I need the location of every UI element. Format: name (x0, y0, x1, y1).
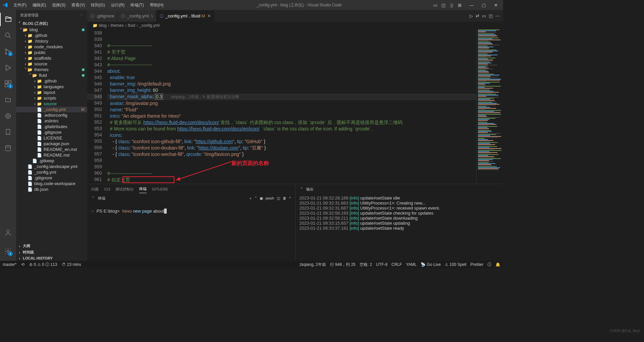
status-item[interactable]: master* (3, 262, 16, 268)
tree-item[interactable]: 📄blog.code-workspace (16, 181, 87, 186)
status-item[interactable]: ⓘ (487, 262, 491, 268)
menu-item[interactable]: 运行(R) (108, 1, 127, 9)
tree-item[interactable]: 📄README.md (16, 152, 87, 158)
run-icon[interactable]: ▷ (470, 13, 473, 18)
split-icon[interactable]: ◫ (277, 196, 280, 201)
git-compare-icon[interactable]: ⇄ (476, 13, 479, 18)
tree-item[interactable]: 📄_config.landscape.yml (16, 164, 87, 169)
tree-item[interactable]: ›📁.history (16, 38, 87, 44)
status-item[interactable]: zkqiang, 2年前 (300, 262, 326, 268)
extensions-icon[interactable]: 1 (0, 77, 16, 91)
menu-item[interactable]: 编辑(E) (30, 1, 49, 9)
menu-item[interactable]: 选择(S) (49, 1, 68, 9)
new-terminal-icon[interactable]: ＋ (249, 196, 252, 201)
panel-tab[interactable]: 调试控制台 (115, 185, 134, 193)
status-item[interactable]: ⚠ 100 Spell (445, 262, 466, 267)
status-item[interactable]: 📡 Go Live (421, 262, 441, 267)
panel-tab[interactable]: 终端 (139, 185, 147, 193)
tree-item[interactable]: ›📁scripts (16, 95, 87, 101)
bookmark-icon[interactable] (0, 125, 16, 139)
layout-icon[interactable]: ▭ (432, 2, 439, 8)
layout-icon[interactable]: ▯ (448, 2, 455, 8)
tree-item[interactable]: ›📁source (16, 61, 87, 67)
tree-item[interactable]: ›📁.github (16, 78, 87, 84)
editor-tab[interactable]: ⬡_config.yml ..\fluid M✕ (156, 10, 215, 22)
database-icon[interactable] (0, 141, 16, 155)
workspace-section[interactable]: ˅BLOG (工作区) (16, 20, 87, 27)
settings-icon[interactable]: 1 (0, 245, 16, 258)
chevron-down-icon[interactable]: ˅ (255, 196, 257, 201)
more-icon[interactable]: ⋯ (79, 13, 83, 17)
maximize-panel-icon[interactable]: ^ (289, 196, 291, 200)
code-editor[interactable]: 9389399409419429439449459469479489499509… (87, 29, 503, 184)
menu-item[interactable]: 查看(V) (69, 1, 88, 9)
more-icon[interactable]: ⋯ (495, 13, 500, 18)
terminal[interactable]: ○ PS E:\blog> hexo new page about (87, 202, 295, 261)
tree-item[interactable]: ›📁.github (16, 33, 87, 38)
tree-item[interactable]: ›📁scaffolds (16, 55, 87, 61)
file-icon[interactable] (0, 93, 16, 107)
tree-item[interactable]: 📄_config.ymlM (16, 107, 87, 112)
menu-item[interactable]: 文件(F) (11, 1, 29, 9)
tree-item[interactable]: ˅📂blog (16, 27, 87, 33)
close-button[interactable]: ✕ (491, 2, 500, 8)
search-icon[interactable] (0, 29, 16, 42)
status-item[interactable]: UTF-8 (376, 262, 387, 267)
menu-item[interactable]: 帮助(H) (147, 1, 166, 9)
status-item[interactable]: 空格: 2 (360, 262, 372, 268)
chevron-down-icon[interactable]: ˅ (91, 196, 95, 201)
layout-icon[interactable]: ◫ (440, 2, 447, 8)
panel-tab[interactable]: 问题 (91, 185, 99, 193)
panel-tab[interactable]: 113 (104, 186, 110, 192)
tree-item[interactable]: 📄README_en.md (16, 147, 87, 152)
output-panel[interactable]: 2023-01-21 09:32:28.189 [info] update#se… (296, 194, 503, 261)
tree-item[interactable]: 📄package.json (16, 141, 87, 147)
chevron-down-icon[interactable]: ˅ (300, 187, 304, 191)
explorer-icon[interactable] (0, 13, 16, 26)
tree-item[interactable]: ›📁languages (16, 84, 87, 90)
tree-item[interactable]: 📄.eslintrc (16, 118, 87, 124)
split-icon[interactable]: ◫ (489, 13, 493, 18)
tree-item[interactable]: 📄.gitignore (16, 175, 87, 181)
source-control-icon[interactable]: 2 (0, 45, 16, 58)
status-item[interactable]: Prettier (470, 262, 483, 267)
tree-item[interactable]: 📄LICENSE (16, 135, 87, 141)
panel-tab[interactable]: GITLENS (152, 186, 168, 192)
tree-item[interactable]: 📄.gitkeep (16, 158, 87, 164)
sidebar-section[interactable]: ›大纲 (16, 243, 87, 249)
tree-item[interactable]: 📄.editorconfig (16, 112, 87, 118)
editor-tab[interactable]: ⬡_config.yml .\ (118, 10, 156, 22)
tree-item[interactable]: 📄db.json (16, 186, 87, 192)
preview-icon[interactable]: ▭ (482, 13, 486, 18)
status-item[interactable]: ⊘ 0 ⚠ 0 ⓘ 113 (29, 262, 57, 268)
close-icon[interactable]: ✕ (207, 13, 211, 18)
tree-item[interactable]: ›📁node_modules (16, 44, 87, 50)
tree-item[interactable]: ˅📂themes (16, 67, 87, 72)
status-item[interactable]: CRLF (391, 262, 402, 267)
tree-item[interactable]: 📄.gitignore (16, 129, 87, 135)
sidebar-section[interactable]: ›LOCAL HISTORY (16, 255, 87, 261)
tree-item[interactable]: ›📁public (16, 50, 87, 55)
trash-icon[interactable]: 🗑 (283, 196, 286, 200)
tree-item[interactable]: 📄_config.yml (16, 169, 87, 175)
status-item[interactable]: 行 948，列 25 (330, 262, 356, 268)
editor-tab[interactable]: ⬡.gitignore (87, 10, 118, 22)
tree-item[interactable]: ›📁source (16, 101, 87, 107)
tree-item[interactable]: ˅📂fluid (16, 72, 87, 78)
gitlens-icon[interactable] (0, 109, 16, 123)
menu-item[interactable]: 终端(T) (128, 1, 146, 9)
sidebar-section[interactable]: ›时间线 (16, 249, 87, 255)
maximize-button[interactable]: ▢ (479, 2, 488, 8)
tree-item[interactable]: ›📁layout (16, 90, 87, 95)
minimap[interactable] (476, 29, 503, 184)
account-icon[interactable] (0, 226, 16, 239)
tree-item[interactable]: 📄.gitattributes (16, 124, 87, 129)
menu-item[interactable]: 转到(G) (88, 1, 107, 9)
terminal-profile-icon[interactable]: ▣ (260, 196, 263, 201)
status-item[interactable]: ⟲ (21, 262, 24, 268)
run-debug-icon[interactable] (0, 61, 16, 74)
breadcrumb[interactable]: 📁 blog › themes › fluid › _config.yml (87, 22, 503, 29)
status-item[interactable]: 🔔 (495, 262, 500, 267)
status-item[interactable]: YAML (406, 262, 417, 267)
minimize-button[interactable]: — (467, 2, 476, 8)
